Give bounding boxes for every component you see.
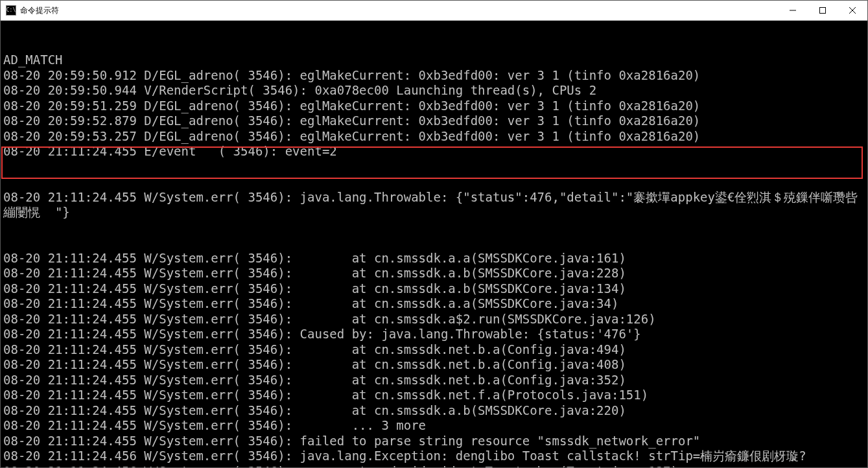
- highlighted-log-line: 08-20 21:11:24.455 W/System.err( 3546): …: [3, 190, 865, 220]
- window-title: 命令提示符: [20, 5, 778, 16]
- minimize-button[interactable]: [778, 1, 808, 20]
- log-line: 08-20 21:11:24.455 W/System.err( 3546): …: [3, 266, 865, 281]
- log-line: 08-20 21:11:24.455 W/System.err( 3546): …: [3, 342, 865, 358]
- log-line: 08-20 21:11:24.455 W/System.err( 3546): …: [3, 403, 865, 419]
- log-line: 08-20 20:59:51.259 D/EGL_adreno( 3546): …: [3, 99, 865, 114]
- cmd-icon: C:\: [6, 5, 16, 16]
- log-line: 08-20 21:11:24.456 W/System.err( 3546): …: [3, 449, 865, 464]
- log-line: 08-20 21:11:24.455 E/event ( 3546): even…: [3, 144, 865, 159]
- log-line: 08-20 20:59:50.944 V/RenderScript( 3546)…: [3, 83, 865, 99]
- log-line: 08-20 21:11:24.455 W/System.err( 3546): …: [3, 373, 865, 388]
- log-line: 08-20 21:11:24.455 W/System.err( 3546): …: [3, 388, 865, 403]
- log-line: AD_MATCH: [3, 53, 865, 68]
- close-button[interactable]: [838, 1, 867, 20]
- log-line: 08-20 20:59:52.879 D/EGL_adreno( 3546): …: [3, 113, 865, 129]
- maximize-button[interactable]: [808, 1, 838, 20]
- titlebar[interactable]: C:\ 命令提示符: [1, 1, 867, 21]
- log-line: 08-20 21:11:24.455 W/System.err( 3546): …: [3, 327, 865, 342]
- log-line: 08-20 21:11:24.455 W/System.err( 3546): …: [3, 434, 865, 449]
- window-controls: [778, 1, 867, 20]
- log-line: 08-20 20:59:53.257 D/EGL_adreno( 3546): …: [3, 129, 865, 145]
- log-line: 08-20 20:59:50.912 D/EGL_adreno( 3546): …: [3, 68, 865, 84]
- log-line: 08-20 21:11:24.455 W/System.err( 3546): …: [3, 357, 865, 373]
- terminal-output[interactable]: AD_MATCH08-20 20:59:50.912 D/EGL_adreno(…: [1, 21, 867, 467]
- log-line: 08-20 21:11:24.455 W/System.err( 3546): …: [3, 251, 865, 266]
- log-line: 08-20 21:11:24.456 W/System.err( 3546): …: [3, 464, 865, 468]
- cmd-window: C:\ 命令提示符 AD_MATCH08-20 20:59:50.912 D/E…: [0, 0, 868, 468]
- log-line: 08-20 21:11:24.455 W/System.err( 3546): …: [3, 418, 865, 434]
- svg-rect-1: [820, 8, 826, 14]
- log-line: 08-20 21:11:24.455 W/System.err( 3546): …: [3, 281, 865, 297]
- log-line: 08-20 21:11:24.455 W/System.err( 3546): …: [3, 296, 865, 312]
- log-line: 08-20 21:11:24.455 W/System.err( 3546): …: [3, 312, 865, 327]
